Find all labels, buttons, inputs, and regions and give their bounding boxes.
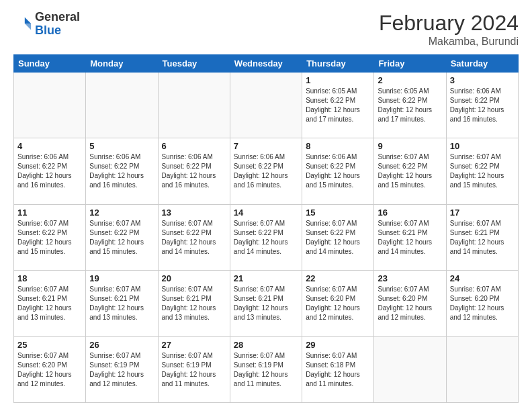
day-info: Sunrise: 6:07 AM Sunset: 6:20 PM Dayligh…	[17, 351, 82, 389]
calendar-day: 19Sunrise: 6:07 AM Sunset: 6:21 PM Dayli…	[86, 271, 158, 336]
calendar-day	[158, 73, 230, 138]
calendar-day: 26Sunrise: 6:07 AM Sunset: 6:19 PM Dayli…	[86, 336, 158, 402]
day-number: 10	[450, 141, 515, 151]
day-info: Sunrise: 6:07 AM Sunset: 6:21 PM Dayligh…	[450, 219, 515, 257]
day-info: Sunrise: 6:05 AM Sunset: 6:22 PM Dayligh…	[306, 87, 370, 124]
calendar-week-4: 18Sunrise: 6:07 AM Sunset: 6:21 PM Dayli…	[14, 271, 519, 336]
calendar-day: 14Sunrise: 6:07 AM Sunset: 6:22 PM Dayli…	[230, 204, 302, 270]
calendar-day	[446, 336, 518, 402]
day-info: Sunrise: 6:07 AM Sunset: 6:20 PM Dayligh…	[306, 285, 370, 322]
day-number: 27	[162, 340, 226, 350]
day-info: Sunrise: 6:06 AM Sunset: 6:22 PM Dayligh…	[162, 152, 226, 190]
day-number: 14	[234, 208, 298, 218]
day-number: 21	[234, 273, 298, 283]
calendar-day: 21Sunrise: 6:07 AM Sunset: 6:21 PM Dayli…	[230, 271, 302, 336]
day-number: 3	[450, 75, 515, 85]
calendar-day: 13Sunrise: 6:07 AM Sunset: 6:22 PM Dayli…	[158, 204, 230, 270]
day-info: Sunrise: 6:07 AM Sunset: 6:21 PM Dayligh…	[378, 219, 442, 257]
day-info: Sunrise: 6:07 AM Sunset: 6:22 PM Dayligh…	[450, 152, 515, 190]
calendar-day: 2Sunrise: 6:05 AM Sunset: 6:22 PM Daylig…	[374, 73, 446, 138]
calendar-header-monday: Monday	[86, 55, 158, 73]
calendar-week-2: 4Sunrise: 6:06 AM Sunset: 6:22 PM Daylig…	[14, 138, 519, 204]
day-info: Sunrise: 6:06 AM Sunset: 6:22 PM Dayligh…	[89, 152, 154, 190]
day-number: 22	[306, 273, 370, 283]
calendar-day: 24Sunrise: 6:07 AM Sunset: 6:20 PM Dayli…	[446, 271, 518, 336]
day-info: Sunrise: 6:06 AM Sunset: 6:22 PM Dayligh…	[234, 152, 298, 190]
day-number: 26	[89, 340, 154, 350]
day-info: Sunrise: 6:07 AM Sunset: 6:19 PM Dayligh…	[162, 351, 226, 389]
logo-general: General	[35, 10, 80, 24]
logo-icon	[13, 15, 32, 34]
day-number: 7	[234, 141, 298, 151]
calendar-header-friday: Friday	[374, 55, 446, 73]
calendar-day: 7Sunrise: 6:06 AM Sunset: 6:22 PM Daylig…	[230, 138, 302, 204]
day-info: Sunrise: 6:05 AM Sunset: 6:22 PM Dayligh…	[378, 87, 442, 124]
day-info: Sunrise: 6:07 AM Sunset: 6:20 PM Dayligh…	[378, 285, 442, 322]
day-info: Sunrise: 6:07 AM Sunset: 6:22 PM Dayligh…	[306, 219, 370, 257]
calendar-day: 10Sunrise: 6:07 AM Sunset: 6:22 PM Dayli…	[446, 138, 518, 204]
day-info: Sunrise: 6:07 AM Sunset: 6:19 PM Dayligh…	[234, 351, 298, 389]
day-number: 19	[89, 273, 154, 283]
calendar-day: 28Sunrise: 6:07 AM Sunset: 6:19 PM Dayli…	[230, 336, 302, 402]
month-title: February 2024	[379, 11, 519, 36]
calendar-day: 25Sunrise: 6:07 AM Sunset: 6:20 PM Dayli…	[14, 336, 86, 402]
calendar-day: 16Sunrise: 6:07 AM Sunset: 6:21 PM Dayli…	[374, 204, 446, 270]
day-info: Sunrise: 6:07 AM Sunset: 6:22 PM Dayligh…	[234, 219, 298, 257]
day-number: 28	[234, 340, 298, 350]
calendar-day: 11Sunrise: 6:07 AM Sunset: 6:22 PM Dayli…	[14, 204, 86, 270]
day-info: Sunrise: 6:07 AM Sunset: 6:22 PM Dayligh…	[89, 219, 154, 257]
day-info: Sunrise: 6:07 AM Sunset: 6:21 PM Dayligh…	[89, 285, 154, 322]
day-info: Sunrise: 6:07 AM Sunset: 6:21 PM Dayligh…	[234, 285, 298, 322]
day-number: 13	[162, 208, 226, 218]
logo-blue: Blue	[35, 24, 61, 37]
day-number: 18	[17, 273, 82, 283]
day-info: Sunrise: 6:07 AM Sunset: 6:22 PM Dayligh…	[17, 219, 82, 257]
day-info: Sunrise: 6:07 AM Sunset: 6:21 PM Dayligh…	[17, 285, 82, 322]
calendar-day	[14, 73, 86, 138]
day-number: 23	[378, 273, 442, 283]
calendar-day: 15Sunrise: 6:07 AM Sunset: 6:22 PM Dayli…	[302, 204, 374, 270]
logo-text: General Blue	[35, 11, 80, 38]
day-number: 24	[450, 273, 515, 283]
calendar-day: 12Sunrise: 6:07 AM Sunset: 6:22 PM Dayli…	[86, 204, 158, 270]
calendar-day	[374, 336, 446, 402]
day-info: Sunrise: 6:06 AM Sunset: 6:22 PM Dayligh…	[306, 152, 370, 190]
calendar-week-1: 1Sunrise: 6:05 AM Sunset: 6:22 PM Daylig…	[14, 73, 519, 138]
calendar-day: 8Sunrise: 6:06 AM Sunset: 6:22 PM Daylig…	[302, 138, 374, 204]
day-info: Sunrise: 6:06 AM Sunset: 6:22 PM Dayligh…	[450, 87, 515, 124]
calendar-day: 29Sunrise: 6:07 AM Sunset: 6:18 PM Dayli…	[302, 336, 374, 402]
calendar-day: 27Sunrise: 6:07 AM Sunset: 6:19 PM Dayli…	[158, 336, 230, 402]
day-info: Sunrise: 6:07 AM Sunset: 6:21 PM Dayligh…	[162, 285, 226, 322]
calendar-day: 3Sunrise: 6:06 AM Sunset: 6:22 PM Daylig…	[446, 73, 518, 138]
day-number: 29	[306, 340, 370, 350]
calendar-header-wednesday: Wednesday	[230, 55, 302, 73]
day-number: 16	[378, 208, 442, 218]
calendar-day: 5Sunrise: 6:06 AM Sunset: 6:22 PM Daylig…	[86, 138, 158, 204]
day-number: 9	[378, 141, 442, 151]
calendar-day: 6Sunrise: 6:06 AM Sunset: 6:22 PM Daylig…	[158, 138, 230, 204]
day-info: Sunrise: 6:06 AM Sunset: 6:22 PM Dayligh…	[17, 152, 82, 190]
day-number: 25	[17, 340, 82, 350]
svg-marker-0	[25, 17, 31, 24]
calendar-day: 18Sunrise: 6:07 AM Sunset: 6:21 PM Dayli…	[14, 271, 86, 336]
calendar-header-saturday: Saturday	[446, 55, 518, 73]
day-number: 12	[89, 208, 154, 218]
day-info: Sunrise: 6:07 AM Sunset: 6:18 PM Dayligh…	[306, 351, 370, 389]
day-number: 5	[89, 141, 154, 151]
day-number: 8	[306, 141, 370, 151]
calendar-week-5: 25Sunrise: 6:07 AM Sunset: 6:20 PM Dayli…	[14, 336, 519, 402]
title-block: February 2024 Makamba, Burundi	[379, 11, 519, 48]
logo: General Blue	[13, 11, 80, 38]
calendar-week-3: 11Sunrise: 6:07 AM Sunset: 6:22 PM Dayli…	[14, 204, 519, 270]
calendar-day	[86, 73, 158, 138]
day-info: Sunrise: 6:07 AM Sunset: 6:19 PM Dayligh…	[89, 351, 154, 389]
calendar-day: 1Sunrise: 6:05 AM Sunset: 6:22 PM Daylig…	[302, 73, 374, 138]
calendar-day: 22Sunrise: 6:07 AM Sunset: 6:20 PM Dayli…	[302, 271, 374, 336]
calendar-day: 9Sunrise: 6:07 AM Sunset: 6:22 PM Daylig…	[374, 138, 446, 204]
calendar-header-thursday: Thursday	[302, 55, 374, 73]
header: General Blue February 2024 Makamba, Buru…	[13, 11, 519, 48]
calendar-header-sunday: Sunday	[14, 55, 86, 73]
page: General Blue February 2024 Makamba, Buru…	[0, 0, 532, 411]
day-number: 17	[450, 208, 515, 218]
day-number: 4	[17, 141, 82, 151]
